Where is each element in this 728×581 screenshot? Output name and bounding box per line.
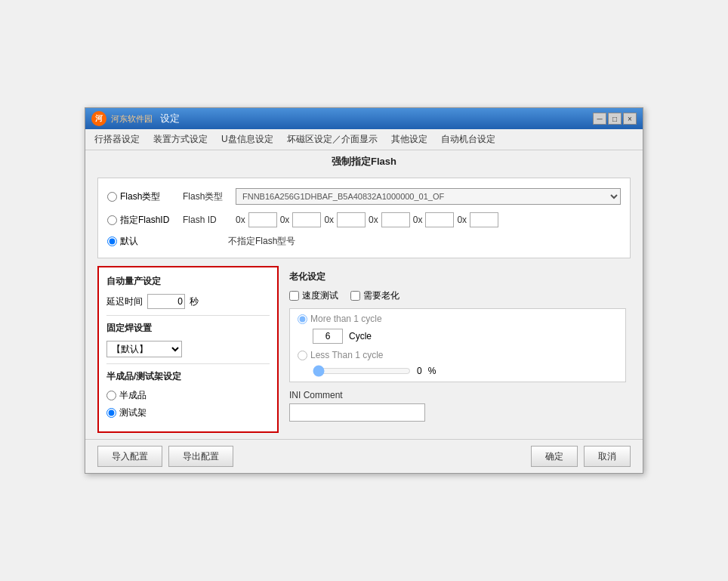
page-title: 强制指定Flash — [85, 150, 643, 172]
fixed-pin-dropdown[interactable]: 【默认】 — [106, 341, 182, 357]
cancel-button[interactable]: 取消 — [584, 446, 631, 467]
title-bar: 河 河东软件园 设定 ─ □ × — [85, 108, 643, 129]
cycle-label: Cycle — [349, 331, 372, 341]
import-config-button[interactable]: 导入配置 — [97, 446, 162, 467]
flash-type-dropdown[interactable]: FNNB16A256G1DHBAF_B5A40832A1000000_01_OF — [236, 188, 621, 205]
menu-item-2[interactable]: U盘信息设定 — [215, 131, 279, 148]
close-button[interactable]: × — [623, 113, 637, 125]
flash-type-radio-label[interactable]: Flash类型 — [107, 190, 175, 203]
main-window: 河 河东软件园 设定 ─ □ × 行搭器设定 装置方式设定 U盘信息设定 坏磁区… — [85, 107, 643, 474]
menu-item-5[interactable]: 自动机台设定 — [435, 131, 501, 148]
need-aging-checkbox[interactable] — [350, 291, 360, 301]
menu-item-0[interactable]: 行搭器设定 — [88, 131, 146, 148]
hex-input-4[interactable] — [381, 212, 410, 227]
content-area: Flash类型 Flash类型 FNNB16A256G1DHBAF_B5A408… — [85, 172, 643, 439]
ini-label: INI Comment — [289, 390, 626, 400]
flash-section: Flash类型 Flash类型 FNNB16A256G1DHBAF_B5A408… — [97, 178, 631, 258]
less-than-radio[interactable] — [298, 351, 307, 360]
hex-prefix-6: 0x — [457, 215, 467, 225]
speed-test-label[interactable]: 速度测试 — [289, 289, 338, 302]
hex-prefix-1: 0x — [236, 215, 245, 225]
left-panel: 自动量产设定 延迟时间 秒 固定焊设置 【默认】 半成品/测试架设定 — [97, 266, 279, 433]
no-flash-text: 不指定Flash型号 — [228, 235, 295, 248]
need-aging-label[interactable]: 需要老化 — [350, 289, 399, 302]
default-radio-label[interactable]: 默认 — [107, 235, 175, 248]
hex-input-5[interactable] — [425, 212, 454, 227]
window-title: 设定 — [160, 112, 180, 125]
semi-row: 半成品 — [106, 389, 270, 402]
more-than-radio-label[interactable]: More than 1 cycle — [298, 314, 382, 324]
lower-section: 自动量产设定 延迟时间 秒 固定焊设置 【默认】 半成品/测试架设定 — [97, 266, 631, 433]
delay-label: 延迟时间 — [106, 295, 143, 308]
logo-text: 河 — [95, 113, 103, 124]
hex-prefix-5: 0x — [413, 215, 423, 225]
ini-section: INI Comment — [289, 390, 626, 422]
percent-slider[interactable] — [313, 365, 411, 377]
less-than-row: Less Than 1 cycle — [298, 350, 618, 360]
aging-title: 老化设定 — [289, 270, 626, 283]
default-row: 默认 不指定Flash型号 — [107, 231, 621, 252]
default-radio[interactable] — [107, 236, 117, 246]
flash-id-radio[interactable] — [107, 215, 117, 225]
footer: 导入配置 导出配置 确定 取消 — [85, 439, 643, 473]
more-than-cycle-box: More than 1 cycle Cycle Less Than 1 cycl… — [289, 308, 626, 382]
percent-label: % — [428, 366, 436, 376]
flash-id-inputs: 0x 0x 0x 0x 0x 0x — [236, 212, 498, 227]
export-config-button[interactable]: 导出配置 — [168, 446, 233, 467]
window-controls: ─ □ × — [593, 113, 637, 125]
cycle-value-row: Cycle — [298, 329, 618, 344]
speed-test-checkbox[interactable] — [289, 291, 299, 301]
semi-title: 半成品/测试架设定 — [106, 370, 270, 383]
hex-input-3[interactable] — [337, 212, 366, 227]
divider-1 — [106, 315, 270, 316]
menu-bar: 行搭器设定 装置方式设定 U盘信息设定 坏磁区设定／介面显示 其他设定 自动机台… — [85, 129, 643, 150]
footer-right: 确定 取消 — [531, 446, 631, 467]
semi-radio-label[interactable]: 半成品 — [106, 389, 174, 402]
menu-item-3[interactable]: 坏磁区设定／介面显示 — [281, 131, 384, 148]
slider-container: 0 % — [298, 365, 618, 377]
aging-section: 老化设定 速度测试 需要老化 — [289, 270, 626, 382]
maximize-button[interactable]: □ — [608, 113, 622, 125]
footer-left: 导入配置 导出配置 — [97, 446, 233, 467]
hex-input-1[interactable] — [248, 212, 277, 227]
less-than-radio-label[interactable]: Less Than 1 cycle — [298, 350, 384, 360]
semi-radio[interactable] — [106, 391, 116, 400]
auto-production-title: 自动量产设定 — [106, 275, 270, 288]
aging-checkboxes: 速度测试 需要老化 — [289, 289, 626, 302]
hex-input-2[interactable] — [292, 212, 321, 227]
ok-button[interactable]: 确定 — [531, 446, 578, 467]
fixed-pin-row: 【默认】 — [106, 341, 270, 357]
cycle-value-input[interactable] — [313, 329, 343, 344]
fixed-pin-title: 固定焊设置 — [106, 322, 270, 335]
delay-input[interactable] — [147, 294, 185, 309]
hex-input-6[interactable] — [470, 212, 498, 227]
hex-prefix-2: 0x — [280, 215, 290, 225]
test-radio[interactable] — [106, 408, 116, 418]
flash-id-row: 指定FlashID Flash ID 0x 0x 0x 0x 0x 0x — [107, 209, 621, 231]
delay-unit: 秒 — [190, 295, 199, 308]
hex-prefix-3: 0x — [324, 215, 334, 225]
menu-item-1[interactable]: 装置方式设定 — [147, 131, 214, 148]
delay-row: 延迟时间 秒 — [106, 294, 270, 309]
flash-id-radio-label[interactable]: 指定FlashID — [107, 214, 175, 227]
app-logo: 河 — [91, 111, 106, 126]
test-row: 测试架 — [106, 406, 270, 419]
hex-prefix-4: 0x — [369, 215, 378, 225]
slider-value: 0 — [417, 366, 422, 376]
more-than-radio[interactable] — [298, 314, 307, 324]
flash-type-radio[interactable] — [107, 192, 117, 202]
ini-input[interactable] — [289, 403, 425, 422]
right-panel: 老化设定 速度测试 需要老化 — [285, 266, 631, 433]
title-bar-left: 河 河东软件园 设定 — [91, 111, 180, 126]
more-than-row: More than 1 cycle — [298, 314, 618, 324]
flash-type-row: Flash类型 Flash类型 FNNB16A256G1DHBAF_B5A408… — [107, 184, 621, 209]
test-radio-label[interactable]: 测试架 — [106, 406, 174, 419]
watermark-text: 河东软件园 — [111, 113, 153, 125]
menu-item-4[interactable]: 其他设定 — [385, 131, 433, 148]
divider-2 — [106, 363, 270, 364]
flash-type-field-label: Flash类型 — [183, 190, 228, 203]
flash-id-field-label: Flash ID — [183, 215, 228, 225]
minimize-button[interactable]: ─ — [593, 113, 606, 125]
